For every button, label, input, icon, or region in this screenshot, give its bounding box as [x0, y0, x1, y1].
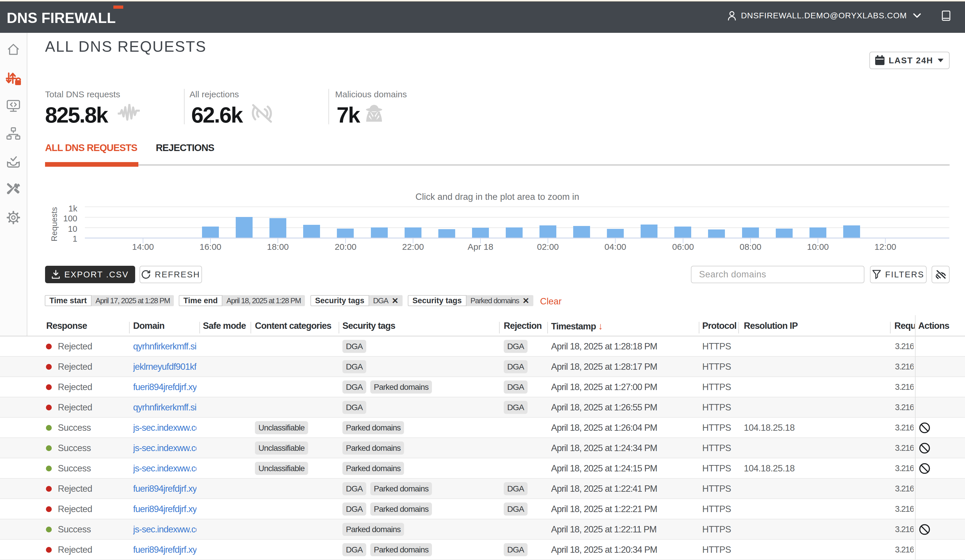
- svg-text:Click and drag in the plot are: Click and drag in the plot area to zoom …: [415, 192, 579, 202]
- svg-text:16:00: 16:00: [200, 242, 221, 251]
- svg-text:Apr 18: Apr 18: [468, 242, 493, 251]
- svg-text:1k: 1k: [68, 204, 77, 213]
- svg-text:12:00: 12:00: [874, 242, 896, 251]
- svg-text:08:00: 08:00: [739, 242, 761, 251]
- svg-text:04:00: 04:00: [604, 242, 626, 251]
- svg-text:02:00: 02:00: [537, 242, 559, 251]
- svg-text:22:00: 22:00: [402, 242, 424, 251]
- svg-text:10: 10: [68, 224, 77, 233]
- svg-text:20:00: 20:00: [335, 242, 357, 251]
- svg-text:100: 100: [63, 214, 77, 223]
- svg-text:Requests: Requests: [50, 207, 59, 242]
- svg-text:06:00: 06:00: [672, 242, 694, 251]
- svg-text:18:00: 18:00: [267, 242, 289, 251]
- svg-text:14:00: 14:00: [132, 242, 154, 251]
- svg-text:1: 1: [73, 234, 77, 243]
- svg-text:10:00: 10:00: [807, 242, 829, 251]
